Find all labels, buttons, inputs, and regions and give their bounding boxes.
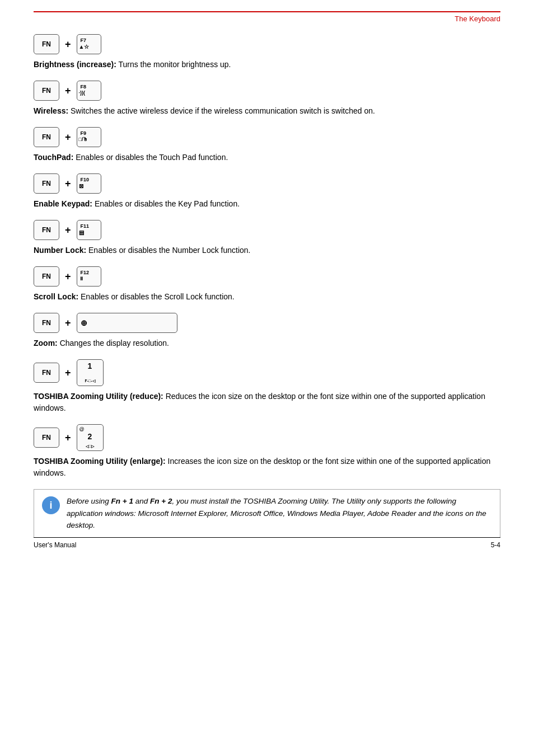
f11-key: F11 ▤ [77, 220, 101, 240]
desc-toshiba-reduce: TOSHIBA Zooming Utility (reduce): Reduce… [34, 391, 500, 414]
desc-keypad: Enable Keypad: Enables or disables the K… [34, 198, 500, 210]
page-title: The Keyboard [34, 15, 500, 23]
fn-key-toshiba-reduce: FN [34, 363, 59, 383]
key-row-touchpad: FN + F9 □/🖱 [34, 127, 500, 147]
key-row-numlock: FN + F11 ▤ [34, 220, 500, 240]
fn-key-scrolllock: FN [34, 266, 59, 287]
desc-zoom: Zoom: Changes the display resolution. [34, 337, 500, 349]
plus-scrolllock: + [65, 271, 71, 283]
header-line [34, 11, 500, 12]
key-row-toshiba-reduce: FN + 1 F-□-◁ [34, 359, 500, 386]
f12-key: F12 ⏸ [77, 266, 101, 287]
section-toshiba-reduce: FN + 1 F-□-◁ TOSHIBA Zooming Utility (re… [34, 359, 500, 414]
key-row-wireless: FN + F8 ·))( [34, 81, 500, 101]
plus-brightness: + [65, 39, 71, 50]
plus-toshiba-reduce: + [65, 367, 71, 379]
key-row-zoom: FN + ⊕ [34, 313, 500, 333]
plus-numlock: + [65, 224, 71, 236]
fn-key-brightness: FN [34, 34, 59, 54]
footer-right: 5-4 [491, 541, 500, 549]
info-box: i Before using Fn + 1 and Fn + 2, you mu… [34, 489, 500, 538]
section-brightness: FN + F7 ▲☆ Brightness (increase): Turns … [34, 34, 500, 71]
section-touchpad: FN + F9 □/🖱 TouchPad: Enables or disable… [34, 127, 500, 163]
desc-scrolllock: Scroll Lock: Enables or disables the Scr… [34, 291, 500, 303]
desc-brightness: Brightness (increase): Turns the monitor… [34, 59, 500, 71]
fn-key-toshiba-enlarge: FN [34, 428, 59, 448]
plus-zoom: + [65, 317, 71, 329]
key-row-scrolllock: FN + F12 ⏸ [34, 266, 500, 287]
desc-wireless: Wireless: Switches the active wireless d… [34, 105, 500, 117]
fn-key-touchpad: FN [34, 127, 59, 147]
section-toshiba-enlarge: FN + @ 2 ◁□▷ TOSHIBA Zooming Utility (en… [34, 424, 500, 479]
plus-wireless: + [65, 85, 71, 97]
plus-keypad: + [65, 178, 71, 190]
key-2: @ 2 ◁□▷ [77, 424, 104, 451]
key-row-brightness: FN + F7 ▲☆ [34, 34, 500, 54]
section-wireless: FN + F8 ·))( Wireless: Switches the acti… [34, 81, 500, 117]
info-text: Before using Fn + 1 and Fn + 2, you must… [67, 495, 492, 532]
section-zoom: FN + ⊕ Zoom: Changes the display resolut… [34, 313, 500, 349]
desc-toshiba-enlarge: TOSHIBA Zooming Utility (enlarge): Incre… [34, 456, 500, 479]
section-keypad: FN + F10 ⊠ Enable Keypad: Enables or dis… [34, 173, 500, 210]
section-scrolllock: FN + F12 ⏸ Scroll Lock: Enables or disab… [34, 266, 500, 303]
info-icon: i [42, 496, 60, 514]
desc-numlock: Number Lock: Enables or disables the Num… [34, 245, 500, 256]
f10-key: F10 ⊠ [77, 173, 101, 194]
zoom-key: ⊕ [77, 313, 177, 333]
f8-key: F8 ·))( [77, 81, 101, 101]
fn-key-wireless: FN [34, 81, 59, 101]
key-row-toshiba-enlarge: FN + @ 2 ◁□▷ [34, 424, 500, 451]
plus-touchpad: + [65, 132, 71, 143]
footer-left: User's Manual [34, 541, 76, 549]
fn-key-zoom: FN [34, 313, 59, 333]
key-1: 1 F-□-◁ [77, 359, 104, 386]
fn-key-keypad: FN [34, 173, 59, 194]
desc-touchpad: TouchPad: Enables or disables the Touch … [34, 152, 500, 163]
fn-key-numlock: FN [34, 220, 59, 240]
section-numlock: FN + F11 ▤ Number Lock: Enables or disab… [34, 220, 500, 256]
key-row-keypad: FN + F10 ⊠ [34, 173, 500, 194]
f7-key: F7 ▲☆ [77, 34, 101, 54]
footer: User's Manual 5-4 [34, 537, 500, 549]
plus-toshiba-enlarge: + [65, 432, 71, 444]
f9-key: F9 □/🖱 [77, 127, 101, 147]
